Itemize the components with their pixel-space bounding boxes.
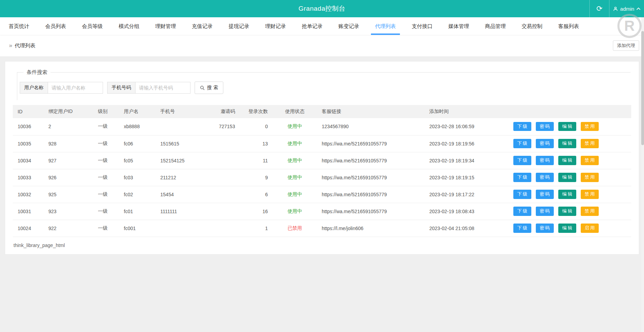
nav-item-12[interactable]: 支付接口	[404, 17, 440, 35]
cell-username: fc03	[120, 169, 157, 186]
nav-item-15[interactable]: 交易控制	[514, 17, 550, 35]
nav-item-13[interactable]: 媒体管理	[440, 17, 477, 35]
nav-item-1[interactable]: 首页统计	[1, 17, 37, 35]
toggle-status-button[interactable]: 禁用	[581, 207, 599, 216]
column-header-4: 用户名	[120, 105, 157, 118]
cell-id: 10033	[13, 169, 45, 186]
edit-button[interactable]: 编辑	[558, 207, 576, 216]
cell-username: fc01	[120, 203, 157, 220]
cell-phone	[157, 118, 202, 135]
phone-field-group: 手机号码	[107, 82, 190, 94]
edit-button[interactable]: 编辑	[558, 122, 576, 131]
table-row: 100362一级xb88887271530使用中12345678902023-0…	[13, 118, 631, 135]
chevron-up-icon	[636, 7, 641, 10]
edit-button[interactable]: 编辑	[558, 190, 576, 199]
header-actions: ⟳ admin	[589, 0, 644, 17]
cell-invite-code	[202, 152, 239, 169]
toggle-status-button[interactable]: 禁用	[581, 190, 599, 199]
cell-actions: 下级密码编辑禁用	[510, 203, 631, 220]
user-menu[interactable]: admin	[609, 0, 644, 17]
cell-invite-code: 727153	[202, 118, 239, 135]
toggle-status-button[interactable]: 禁用	[581, 122, 599, 131]
toggle-status-button[interactable]: 禁用	[581, 139, 599, 148]
status-badge: 已禁用	[288, 225, 302, 231]
agents-table-body: 100362一级xb88887271530使用中12345678902023-0…	[13, 118, 631, 237]
sub-agent-button[interactable]: 下级	[513, 207, 531, 216]
password-button[interactable]: 密码	[536, 122, 554, 131]
cell-login-count: 11	[239, 152, 271, 169]
cell-bind-user-id: 926	[45, 169, 94, 186]
status-badge: 使用中	[288, 158, 302, 163]
toggle-status-button[interactable]: 禁用	[581, 156, 599, 165]
nav-item-16[interactable]: 客服列表	[550, 17, 587, 35]
cell-status: 使用中	[271, 169, 318, 186]
cell-id: 10034	[13, 152, 45, 169]
nav-item-10[interactable]: 账变记录	[330, 17, 367, 35]
cell-phone: 15454	[157, 186, 202, 203]
username-input[interactable]	[48, 82, 103, 94]
nav-item-6[interactable]: 充值记录	[184, 17, 221, 35]
edit-button[interactable]: 编辑	[558, 224, 576, 233]
sub-agent-button[interactable]: 下级	[513, 122, 531, 131]
password-button[interactable]: 密码	[536, 224, 554, 233]
edit-button[interactable]: 编辑	[558, 139, 576, 148]
column-header-8: 使用状态	[271, 105, 318, 118]
cell-status: 使用中	[271, 152, 318, 169]
cell-invite-code	[202, 169, 239, 186]
sub-agent-button[interactable]: 下级	[513, 139, 531, 148]
password-button[interactable]: 密码	[536, 190, 554, 199]
cell-bind-user-id: 2	[45, 118, 94, 135]
page-scrollbar[interactable]	[641, 17, 644, 332]
password-button[interactable]: 密码	[536, 207, 554, 216]
cell-level: 一级	[94, 220, 120, 237]
status-badge: 使用中	[288, 174, 302, 180]
cell-created-at: 2023-02-19 18:19:56	[426, 135, 510, 152]
cell-service-link: https://wa.me/5216591055779	[318, 186, 426, 203]
cell-id: 10035	[13, 135, 45, 152]
cell-username: xb8888	[120, 118, 157, 135]
nav-item-11[interactable]: 代理列表	[367, 17, 404, 35]
scrollbar-thumb[interactable]	[641, 31, 644, 145]
column-header-3: 级别	[94, 105, 120, 118]
phone-input[interactable]	[135, 82, 190, 94]
search-button[interactable]: 搜 索	[195, 82, 223, 94]
sub-agent-button[interactable]: 下级	[513, 224, 531, 233]
nav-item-7[interactable]: 提现记录	[221, 17, 257, 35]
nav-item-14[interactable]: 商品管理	[477, 17, 514, 35]
password-button[interactable]: 密码	[536, 156, 554, 165]
sub-agent-button[interactable]: 下级	[513, 156, 531, 165]
refresh-button[interactable]: ⟳	[589, 0, 609, 17]
cell-service-link: https://l.me/jolin606	[318, 220, 426, 237]
nav-item-2[interactable]: 会员列表	[37, 17, 74, 35]
password-button[interactable]: 密码	[536, 139, 554, 148]
cell-login-count: 1	[239, 220, 271, 237]
cell-login-count: 16	[239, 203, 271, 220]
cell-actions: 下级密码编辑禁用	[510, 186, 631, 203]
edit-button[interactable]: 编辑	[558, 173, 576, 182]
cell-bind-user-id: 927	[45, 152, 94, 169]
nav-item-8[interactable]: 理财记录	[257, 17, 294, 35]
refresh-icon: ⟳	[596, 4, 603, 13]
password-button[interactable]: 密码	[536, 173, 554, 182]
cell-service-link: https://wa.me/5216591055779	[318, 152, 426, 169]
add-agent-button[interactable]: 添加代理	[613, 40, 639, 51]
user-name: admin	[620, 6, 634, 12]
nav-item-5[interactable]: 理财管理	[147, 17, 184, 35]
edit-button[interactable]: 编辑	[558, 156, 576, 165]
nav-item-4[interactable]: 模式分组	[111, 17, 147, 35]
toggle-status-button[interactable]: 启用	[581, 224, 599, 233]
cell-login-count: 0	[239, 118, 271, 135]
nav-item-3[interactable]: 会员等级	[74, 17, 111, 35]
column-header-10: 添加时间	[426, 105, 510, 118]
cell-level: 一级	[94, 152, 120, 169]
cell-phone: 211212	[157, 169, 202, 186]
column-header-11	[510, 105, 631, 118]
cell-invite-code	[202, 203, 239, 220]
nav-item-9[interactable]: 抢单记录	[294, 17, 330, 35]
sub-agent-button[interactable]: 下级	[513, 173, 531, 182]
cell-status: 已禁用	[271, 220, 318, 237]
sub-agent-button[interactable]: 下级	[513, 190, 531, 199]
toggle-status-button[interactable]: 禁用	[581, 173, 599, 182]
breadcrumb: » 代理列表	[9, 42, 35, 49]
cell-phone	[157, 220, 202, 237]
